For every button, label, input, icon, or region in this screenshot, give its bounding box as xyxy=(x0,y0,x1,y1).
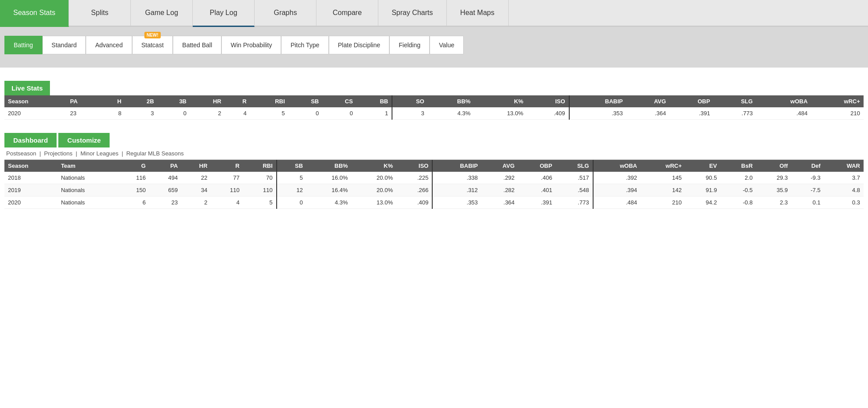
dcol-def: Def xyxy=(792,160,824,172)
d-hr-2018: 22 xyxy=(181,172,211,184)
filter-row: Postseason | Projections | Minor Leagues… xyxy=(4,147,864,160)
subtab-pitch-type[interactable]: Pitch Type xyxy=(281,36,328,54)
d-g-2020: 6 xyxy=(117,196,149,209)
d-season-2020: 2020 xyxy=(4,196,57,209)
subtab-fielding[interactable]: Fielding xyxy=(389,36,430,54)
d-avg-2019: .282 xyxy=(481,184,518,196)
tab-game-log[interactable]: Game Log xyxy=(131,0,193,26)
cell-obp: .391 xyxy=(670,107,714,120)
dashboard-row-2018: 2018 Nationals 116 494 22 77 70 5 16.0% … xyxy=(4,172,864,184)
col-kpct: K% xyxy=(474,95,527,107)
tab-splits[interactable]: Splits xyxy=(69,0,131,26)
top-nav: Season Stats Splits Game Log Play Log Gr… xyxy=(0,0,868,27)
d-babip-2020: .353 xyxy=(432,196,481,209)
tab-compare[interactable]: Compare xyxy=(316,0,378,26)
cell-wrcplus: 210 xyxy=(811,107,864,120)
cell-kpct: 13.0% xyxy=(474,107,527,120)
tab-season-stats[interactable]: Season Stats xyxy=(0,0,69,27)
d-obp-2020: .391 xyxy=(518,196,556,209)
dcol-hr: HR xyxy=(181,160,211,172)
col-3b: 3B xyxy=(157,95,190,107)
tab-play-log[interactable]: Play Log xyxy=(193,0,255,27)
d-woba-2019: .394 xyxy=(593,184,641,196)
d-hr-2019: 34 xyxy=(181,184,211,196)
col-bb: BB xyxy=(356,95,392,107)
subtab-batting[interactable]: Batting xyxy=(4,36,42,54)
col-obp: OBP xyxy=(670,95,714,107)
d-off-2020: 2.3 xyxy=(756,196,792,209)
live-stats-header: Live Stats xyxy=(4,81,50,95)
col-iso: ISO xyxy=(527,95,569,107)
d-rbi-2019: 110 xyxy=(243,184,277,196)
cell-slg: .773 xyxy=(714,107,757,120)
dcol-team: Team xyxy=(57,160,117,172)
cell-woba: .484 xyxy=(756,107,811,120)
dcol-pa: PA xyxy=(149,160,182,172)
col-season: Season xyxy=(4,95,67,107)
d-slg-2018: .517 xyxy=(556,172,593,184)
subtab-statcast[interactable]: NEW! Statcast xyxy=(132,36,173,54)
dashboard-header-row: Season Team G PA HR R RBI SB BB% K% ISO … xyxy=(4,160,864,172)
d-off-2019: 35.9 xyxy=(756,184,792,196)
tab-heat-maps[interactable]: Heat Maps xyxy=(447,0,509,26)
d-kpct-2018: 20.0% xyxy=(351,172,396,184)
col-slg: SLG xyxy=(714,95,757,107)
d-bsr-2018: 2.0 xyxy=(720,172,756,184)
cell-pa: 23 xyxy=(67,107,100,120)
dcol-bbpct: BB% xyxy=(306,160,351,172)
d-bsr-2020: -0.8 xyxy=(720,196,756,209)
dcol-ev: EV xyxy=(685,160,721,172)
col-so: SO xyxy=(392,95,428,107)
cell-3b: 0 xyxy=(157,107,190,120)
d-kpct-2019: 20.0% xyxy=(351,184,396,196)
dashboard-section: Dashboard Customize Postseason | Project… xyxy=(4,128,864,209)
col-hr: HR xyxy=(190,95,225,107)
dcol-obp: OBP xyxy=(518,160,556,172)
filter-regular-mlb[interactable]: Regular MLB Seasons xyxy=(126,150,184,157)
d-slg-2019: .548 xyxy=(556,184,593,196)
subtab-advanced[interactable]: Advanced xyxy=(86,36,132,54)
cell-so: 3 xyxy=(392,107,428,120)
d-iso-2019: .266 xyxy=(396,184,432,196)
tab-spray-charts[interactable]: Spray Charts xyxy=(378,0,446,26)
dashboard-tabs: Dashboard Customize xyxy=(4,133,864,147)
dcol-g: G xyxy=(117,160,149,172)
d-obp-2019: .401 xyxy=(518,184,556,196)
d-ev-2020: 94.2 xyxy=(685,196,721,209)
dashboard-tab[interactable]: Dashboard xyxy=(4,133,57,147)
filter-projections[interactable]: Projections xyxy=(44,150,72,157)
dcol-avg: AVG xyxy=(481,160,518,172)
filter-minor-leagues[interactable]: Minor Leagues xyxy=(80,150,118,157)
d-woba-2020: .484 xyxy=(593,196,641,209)
dcol-r: R xyxy=(211,160,243,172)
sub-tabs: Batting Standard Advanced NEW! Statcast … xyxy=(4,36,864,54)
d-ev-2019: 91.9 xyxy=(685,184,721,196)
col-sb: SB xyxy=(289,95,323,107)
col-pa: PA xyxy=(67,95,100,107)
d-hr-2020: 2 xyxy=(181,196,211,209)
filter-postseason[interactable]: Postseason xyxy=(6,150,36,157)
subtab-standard[interactable]: Standard xyxy=(42,36,86,54)
d-pa-2018: 494 xyxy=(149,172,182,184)
subtab-plate-discipline[interactable]: Plate Discipline xyxy=(329,36,390,54)
col-avg: AVG xyxy=(626,95,670,107)
cell-sb: 0 xyxy=(289,107,323,120)
customize-tab[interactable]: Customize xyxy=(58,133,110,147)
d-obp-2018: .406 xyxy=(518,172,556,184)
dcol-rbi: RBI xyxy=(243,160,277,172)
dashboard-row-2020: 2020 Nationals 6 23 2 4 5 0 4.3% 13.0% .… xyxy=(4,196,864,209)
d-team-2020: Nationals xyxy=(57,196,117,209)
subtab-value[interactable]: Value xyxy=(430,36,464,54)
d-sb-2018: 5 xyxy=(277,172,307,184)
d-r-2019: 110 xyxy=(211,184,243,196)
subtab-batted-ball[interactable]: Batted Ball xyxy=(173,36,221,54)
d-bbpct-2020: 4.3% xyxy=(306,196,351,209)
d-iso-2018: .225 xyxy=(396,172,432,184)
d-team-2018: Nationals xyxy=(57,172,117,184)
live-stats-section: Live Stats Season PA H 2B 3B HR R RBI SB… xyxy=(4,76,864,120)
subtab-win-probability[interactable]: Win Probability xyxy=(221,36,281,54)
col-cs: CS xyxy=(322,95,356,107)
col-babip: BABIP xyxy=(569,95,627,107)
dcol-off: Off xyxy=(756,160,792,172)
tab-graphs[interactable]: Graphs xyxy=(255,0,316,26)
